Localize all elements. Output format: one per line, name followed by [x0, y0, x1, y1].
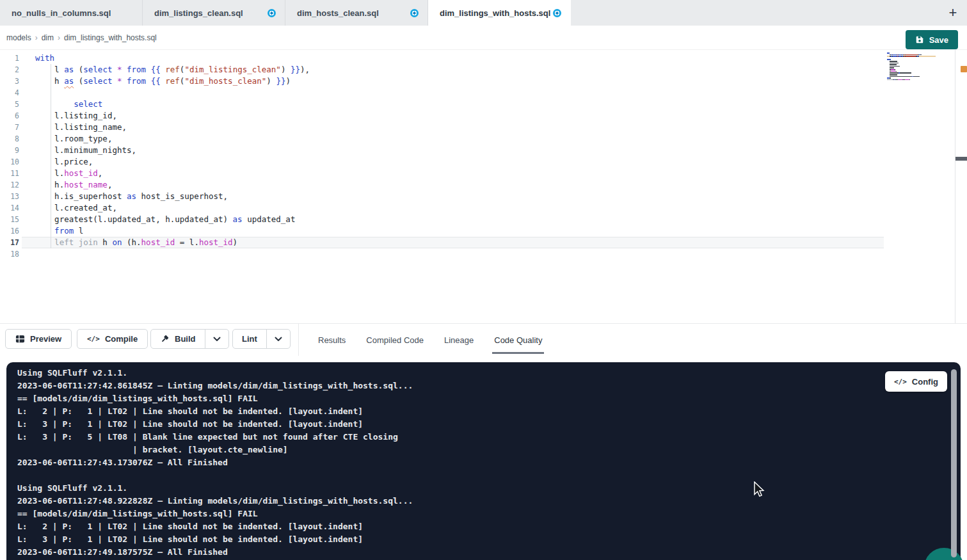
plus-icon: +	[949, 4, 957, 21]
result-tab-code-quality[interactable]: Code Quality	[494, 324, 542, 356]
preview-button[interactable]: Preview	[5, 329, 72, 349]
code-line[interactable]: 5 select	[0, 99, 884, 110]
config-button[interactable]: </> Config	[885, 371, 947, 392]
line-number: 1	[0, 52, 22, 64]
line-number: 5	[0, 99, 22, 110]
code-line[interactable]: 6 l.listing_id,	[0, 110, 884, 122]
code-editor[interactable]: 1with2 l as (select * from {{ ref("dim_l…	[0, 50, 967, 323]
result-tabs: ResultsCompiled CodeLineageCode Quality	[318, 324, 542, 356]
lint-button-label: Lint	[242, 334, 257, 344]
action-toolbar: Preview </> Compile Build	[0, 323, 967, 356]
code-line-content: h as (select * from {{ ref("dim_hosts_cl…	[22, 76, 884, 87]
minimap-line	[887, 81, 936, 82]
terminal-scrollbar[interactable]	[951, 369, 957, 557]
compile-button-label: Compile	[105, 334, 138, 344]
lint-button[interactable]: Lint	[233, 330, 266, 348]
breadcrumb-separator-icon: ›	[35, 33, 38, 42]
line-number: 6	[0, 110, 22, 122]
code-line[interactable]: 9 l.minimum_nights,	[0, 145, 884, 156]
file-tab-bar: no_nulls_in_columns.sqldim_listings_clea…	[0, 0, 967, 26]
build-button-label: Build	[175, 334, 196, 344]
code-line-content	[22, 87, 884, 99]
minimap-line	[887, 77, 936, 79]
code-line[interactable]: 13 h.is_superhost as host_is_superhost,	[0, 191, 884, 202]
code-line-content: l.minimum_nights,	[22, 145, 884, 156]
terminal-line: L: 3 | P: 1 | LT02 | Line should not be …	[17, 418, 961, 431]
modified-indicator-icon	[553, 9, 561, 17]
breadcrumb-item[interactable]: models	[6, 33, 31, 42]
code-line[interactable]: 2 l as (select * from {{ ref("dim_listin…	[0, 64, 884, 76]
terminal-line: 2023-06-06T11:27:43.173076Z — All Finish…	[17, 456, 961, 469]
code-line[interactable]: 7 l.listing_name,	[0, 122, 884, 133]
toolbar-divider	[298, 324, 299, 356]
code-line[interactable]: 4	[0, 87, 884, 99]
new-tab-button[interactable]: +	[939, 0, 967, 26]
chevron-down-icon	[275, 337, 282, 342]
result-tab-results[interactable]: Results	[318, 324, 346, 356]
code-line[interactable]: 12 h.host_name,	[0, 179, 884, 191]
modified-indicator-icon	[268, 9, 276, 17]
line-number: 9	[0, 145, 22, 156]
line-number: 4	[0, 87, 22, 99]
file-tab-label: dim_listings_with_hosts.sql	[440, 8, 550, 18]
minimap[interactable]	[887, 52, 936, 83]
file-tab-label: dim_hosts_clean.sql	[297, 8, 379, 18]
scroll-position-marker[interactable]	[955, 157, 967, 161]
result-tab-lineage[interactable]: Lineage	[444, 324, 474, 356]
code-line[interactable]: 18	[0, 248, 884, 260]
terminal-panel[interactable]: Using SQLFluff v2.1.1.2023-06-06T11:27:4…	[6, 362, 961, 560]
code-line[interactable]: 1with	[0, 52, 884, 64]
code-line[interactable]: 8 l.room_type,	[0, 133, 884, 145]
breadcrumb-item[interactable]: dim	[42, 33, 54, 42]
code-line-content: left join h on (h.host_id = l.host_id)	[22, 237, 884, 248]
code-line-content: l.host_id,	[22, 168, 884, 179]
hammer-icon	[160, 334, 170, 344]
terminal-line: | bracket. [layout.cte_newline]	[17, 444, 961, 456]
breadcrumb: models›dim›dim_listings_with_hosts.sql	[6, 33, 157, 42]
code-line[interactable]: 15 greatest(l.updated_at, h.updated_at) …	[0, 214, 884, 225]
file-tab-label: dim_listings_clean.sql	[154, 8, 243, 18]
result-tab-compiled-code[interactable]: Compiled Code	[366, 324, 424, 356]
mouse-cursor	[753, 481, 765, 500]
minimap-line	[887, 74, 936, 76]
code-line[interactable]: 17 left join h on (h.host_id = l.host_id…	[0, 237, 884, 248]
terminal-line: Using SQLFluff v2.1.1.	[17, 367, 961, 380]
dbt-ide-screen: no_nulls_in_columns.sqldim_listings_clea…	[0, 0, 967, 560]
code-line[interactable]: 3 h as (select * from {{ ref("dim_hosts_…	[0, 76, 884, 87]
file-tab-no-nulls-in-columns-sql[interactable]: no_nulls_in_columns.sql	[0, 0, 143, 26]
breadcrumb-separator-icon: ›	[58, 33, 60, 42]
code-line[interactable]: 10 l.price,	[0, 156, 884, 168]
file-tab-dim-hosts-clean-sql[interactable]: dim_hosts_clean.sql	[285, 0, 428, 26]
minimap-line	[887, 52, 936, 54]
minimap-line	[887, 66, 936, 67]
code-line-content: greatest(l.updated_at, h.updated_at) as …	[22, 214, 884, 225]
code-line[interactable]: 16 from l	[0, 225, 884, 237]
lint-dropdown-button[interactable]	[266, 330, 290, 348]
breadcrumb-item[interactable]: dim_listings_with_hosts.sql	[64, 33, 157, 42]
file-tab-dim-listings-with-hosts-sql[interactable]: dim_listings_with_hosts.sql	[428, 0, 571, 26]
line-number: 17	[0, 237, 22, 248]
file-tab-dim-listings-clean-sql[interactable]: dim_listings_clean.sql	[143, 0, 285, 26]
save-floppy-icon	[915, 35, 924, 44]
line-number: 8	[0, 133, 22, 145]
code-line-content: l as (select * from {{ ref("dim_listings…	[22, 64, 884, 76]
line-number: 2	[0, 64, 22, 76]
build-split-button: Build	[150, 329, 229, 349]
code-line[interactable]: 14 l.created_at,	[0, 202, 884, 214]
editor-annotation-ruler	[955, 50, 955, 323]
table-icon	[15, 334, 25, 344]
line-number: 18	[0, 248, 22, 260]
build-button[interactable]: Build	[151, 330, 205, 348]
save-button[interactable]: Save	[906, 30, 958, 49]
terminal-output: Using SQLFluff v2.1.1.2023-06-06T11:27:4…	[17, 367, 961, 559]
minimap-line	[887, 63, 936, 64]
code-line[interactable]: 11 l.host_id,	[0, 168, 884, 179]
lint-warning-marker[interactable]	[961, 66, 967, 72]
minimap-line	[887, 72, 936, 74]
compile-button[interactable]: </> Compile	[77, 329, 148, 349]
build-dropdown-button[interactable]	[205, 330, 228, 348]
terminal-line: L: 3 | P: 1 | LT02 | Line should not be …	[17, 533, 961, 546]
minimap-line	[887, 79, 936, 81]
terminal-line: 2023-06-06T11:27:48.922828Z — Linting mo…	[17, 495, 961, 508]
minimap-line	[887, 64, 936, 65]
